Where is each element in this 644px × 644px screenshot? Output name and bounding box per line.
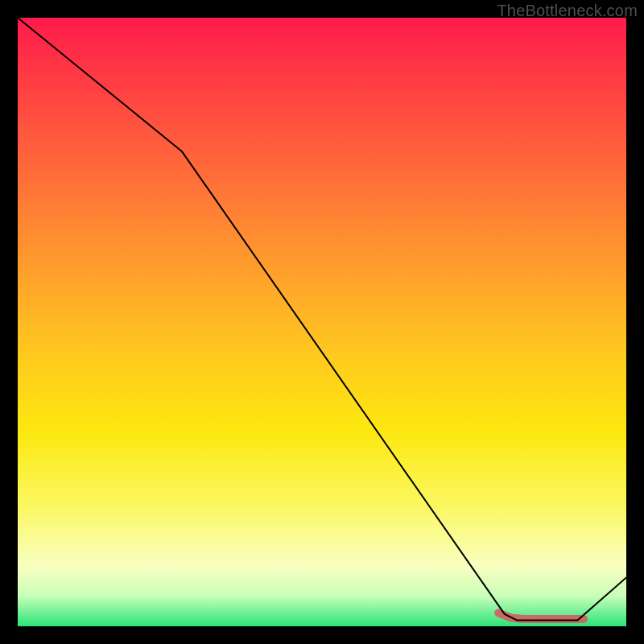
accent-floor-line <box>498 613 584 619</box>
chart-svg <box>18 18 626 626</box>
chart-stage: TheBottleneck.com <box>0 0 644 644</box>
main-curve-line <box>18 18 626 620</box>
plot-area <box>18 18 626 626</box>
